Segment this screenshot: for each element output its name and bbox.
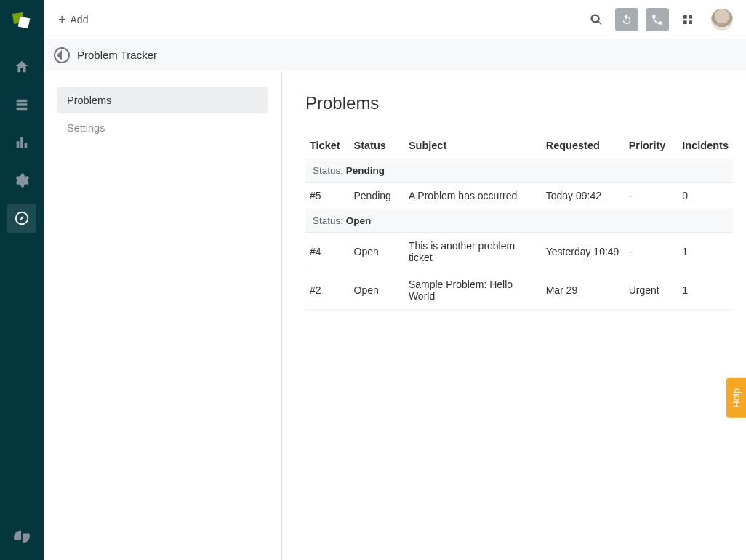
cell-priority: Urgent xyxy=(625,271,678,310)
cell-requested: Yesterday 10:49 xyxy=(542,233,625,271)
cell-subject: A Problem has occurred xyxy=(404,183,542,209)
group-header: Status: Pending xyxy=(305,159,733,183)
group-header: Status: Open xyxy=(305,209,733,233)
svg-rect-1 xyxy=(683,15,687,19)
content-area: Problems Ticket Status S xyxy=(282,71,746,560)
zendesk-footer-icon[interactable] xyxy=(7,522,36,551)
col-ticket[interactable]: Ticket xyxy=(305,132,350,159)
cell-subject: Sample Problem: Hello World xyxy=(404,271,542,310)
col-incidents[interactable]: Incidents xyxy=(678,132,733,159)
col-priority[interactable]: Priority xyxy=(625,132,678,159)
cell-ticket: #5 xyxy=(305,183,350,209)
top-bar: + Add xyxy=(44,0,746,39)
subnav: Problems Settings xyxy=(44,71,282,560)
add-button[interactable]: + Add xyxy=(58,13,88,26)
table-row[interactable]: #4OpenThis is another problem ticketYest… xyxy=(305,233,733,271)
admin-gear-icon[interactable] xyxy=(7,166,36,195)
app-title: Problem Tracker xyxy=(77,49,157,61)
plus-icon: + xyxy=(58,13,66,26)
apps-grid-icon[interactable] xyxy=(676,8,699,31)
cell-status: Open xyxy=(350,233,404,271)
cell-requested: Mar 29 xyxy=(542,271,625,310)
brand-logo xyxy=(12,12,32,32)
cell-subject: This is another problem ticket xyxy=(404,233,542,271)
cell-incidents: 1 xyxy=(678,233,733,271)
cell-ticket: #4 xyxy=(305,233,350,271)
svg-rect-4 xyxy=(689,20,692,24)
svg-rect-3 xyxy=(683,20,687,24)
app-title-bar: Problem Tracker xyxy=(44,39,746,71)
refresh-icon[interactable] xyxy=(615,8,638,31)
help-tab[interactable]: Help xyxy=(726,378,746,418)
page-title: Problems xyxy=(305,93,733,113)
cell-incidents: 0 xyxy=(678,183,733,209)
cell-requested: Today 09:42 xyxy=(542,183,625,209)
cell-ticket: #2 xyxy=(305,271,350,310)
col-requested[interactable]: Requested xyxy=(542,132,625,159)
compass-icon xyxy=(54,47,70,63)
left-rail xyxy=(0,0,44,560)
avatar[interactable] xyxy=(711,9,733,31)
cell-priority: - xyxy=(625,233,678,271)
search-icon[interactable] xyxy=(585,8,608,31)
views-icon[interactable] xyxy=(7,90,36,119)
problems-table: Ticket Status Subject Requested Priority… xyxy=(305,132,733,310)
cell-incidents: 1 xyxy=(678,271,733,310)
compass-nav-icon[interactable] xyxy=(7,204,36,233)
svg-rect-2 xyxy=(689,15,692,19)
phone-icon[interactable] xyxy=(646,8,669,31)
cell-priority: - xyxy=(625,183,678,209)
table-row[interactable]: #5PendingA Problem has occurredToday 09:… xyxy=(305,183,733,209)
subnav-item-problems[interactable]: Problems xyxy=(57,87,268,113)
table-row[interactable]: #2OpenSample Problem: Hello WorldMar 29U… xyxy=(305,271,733,310)
subnav-item-settings[interactable]: Settings xyxy=(57,115,268,141)
col-subject[interactable]: Subject xyxy=(404,132,542,159)
add-label: Add xyxy=(71,14,89,25)
reports-icon[interactable] xyxy=(7,128,36,157)
cell-status: Pending xyxy=(350,183,404,209)
cell-status: Open xyxy=(350,271,404,310)
col-status[interactable]: Status xyxy=(350,132,404,159)
home-icon[interactable] xyxy=(7,52,36,81)
